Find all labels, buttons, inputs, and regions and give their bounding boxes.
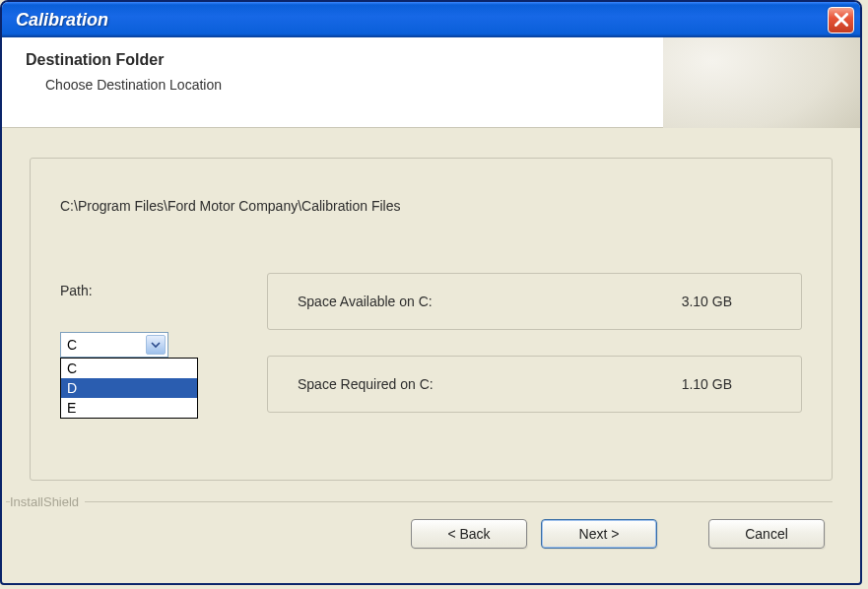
chevron-down-icon <box>146 335 166 355</box>
space-available-value: 3.10 GB <box>682 294 732 309</box>
installshield-divider: InstallShield <box>6 494 833 509</box>
installshield-brand: InstallShield <box>10 494 85 509</box>
drive-option-e[interactable]: E <box>61 398 197 418</box>
drive-select-value: C <box>67 337 77 353</box>
space-required-box: Space Required on C: 1.10 GB <box>267 356 802 413</box>
drive-select-wrap: C C D E <box>60 332 168 358</box>
content-area: C:\Program Files\Ford Motor Company\Cali… <box>2 128 860 491</box>
button-spacer <box>671 519 695 549</box>
drive-option-d[interactable]: D <box>61 378 197 398</box>
close-icon <box>835 13 848 27</box>
destination-row: Path: C C D E <box>60 273 802 413</box>
destination-path-text: C:\Program Files\Ford Motor Company\Cali… <box>60 198 802 214</box>
space-available-label: Space Available on C: <box>298 294 433 309</box>
close-button[interactable] <box>828 7 854 33</box>
cancel-button[interactable]: Cancel <box>708 519 825 549</box>
wizard-header: Destination Folder Choose Destination Lo… <box>2 37 860 128</box>
drive-select[interactable]: C <box>60 332 168 358</box>
path-column: Path: C C D E <box>60 273 228 358</box>
calibration-window: Calibration Destination Folder Choose De… <box>0 0 862 585</box>
space-required-value: 1.10 GB <box>682 376 732 392</box>
titlebar[interactable]: Calibration <box>2 2 860 37</box>
wizard-footer: < Back Next > Cancel <box>2 509 860 549</box>
space-available-box: Space Available on C: 3.10 GB <box>267 273 802 330</box>
drive-option-c[interactable]: C <box>61 359 197 378</box>
back-button[interactable]: < Back <box>411 519 527 549</box>
drive-dropdown[interactable]: C D E <box>60 358 198 419</box>
window-title: Calibration <box>16 10 828 31</box>
space-column: Space Available on C: 3.10 GB Space Requ… <box>267 273 802 413</box>
destination-frame: C:\Program Files\Ford Motor Company\Cali… <box>30 158 833 481</box>
next-button[interactable]: Next > <box>541 519 657 549</box>
header-graphic <box>663 37 860 128</box>
path-label: Path: <box>60 283 228 298</box>
space-required-label: Space Required on C: <box>298 376 434 392</box>
